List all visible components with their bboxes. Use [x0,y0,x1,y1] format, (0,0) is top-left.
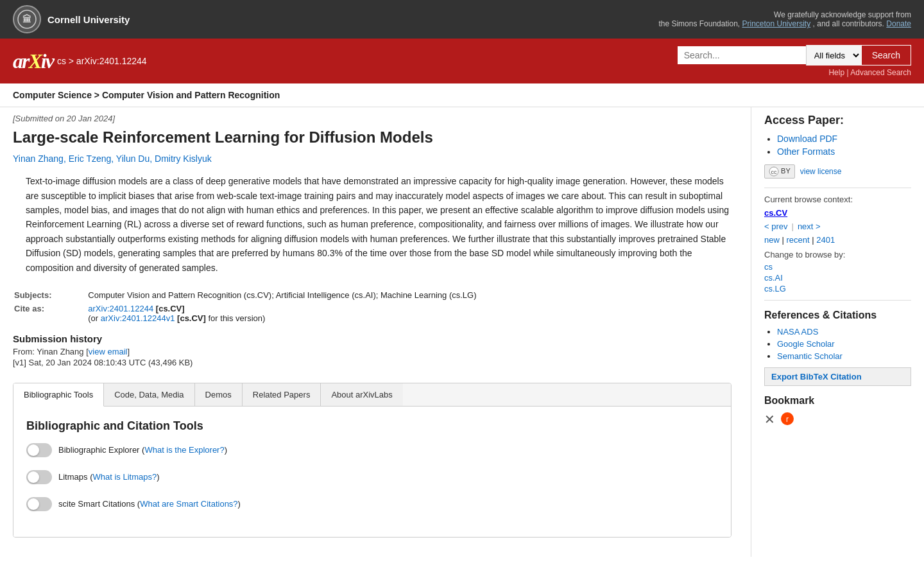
subjects-label: Subjects: [14,289,87,301]
view-email-link[interactable]: view email [89,347,128,356]
semantic-scholar-link[interactable]: Semantic Scholar [777,351,843,361]
paper-title: Large-scale Reinforcement Learning for D… [13,127,732,147]
cite-label: Cite as: [14,302,87,324]
bookmark-icon-reddit[interactable]: r [780,412,794,429]
nasa-ads-link[interactable]: NASA ADS [777,327,818,337]
license-area: cc BY view license [764,164,911,179]
view-license-link[interactable]: view license [800,167,842,176]
arxiv-breadcrumb: cs > arXiv:2401.12244 [57,56,147,66]
author-kislyuk[interactable]: Dmitry Kislyuk [155,153,212,164]
metadata-table: Subjects: Computer Vision and Pattern Re… [13,288,732,326]
author-tzeng[interactable]: Eric Tzeng [69,153,112,164]
donate-link[interactable]: Donate [886,19,911,28]
search-links: Help | Advanced Search [828,68,911,77]
explorer-label: Bibliographic Explorer (What is the Expl… [58,445,227,455]
cornell-logo[interactable]: 🏛 Cornell University [13,5,130,33]
explorer-what-link[interactable]: What is the Explorer? [144,445,224,455]
main-layout: [Submitted on 20 Jan 2024] Large-scale R… [0,107,924,557]
cornell-name: Cornell University [47,14,130,25]
authors: Yinan Zhang, Eric Tzeng, Yilun Du, Dmitr… [13,153,732,164]
top-banner: 🏛 Cornell University We gratefully ackno… [0,0,924,39]
cite-id-link[interactable]: arXiv:2401.12244 [88,304,153,313]
breadcrumb-cs-link[interactable]: cs [57,56,66,66]
svg-text:r: r [786,415,789,424]
browse-context-link[interactable]: cs.CV [764,208,787,218]
subjects-value: Computer Vision and Pattern Recognition … [88,289,730,301]
new-link[interactable]: new [764,235,780,245]
tab-content: Bibliographic and Citation Tools Bibliog… [13,407,731,537]
submitted-date: [Submitted on 20 Jan 2024] [13,114,732,123]
next-link[interactable]: next > [798,222,821,231]
tab-demos[interactable]: Demos [195,383,243,406]
history-v1: [v1] Sat, 20 Jan 2024 08:10:43 UTC (43,4… [13,358,732,367]
tab-code-data-media[interactable]: Code, Data, Media [104,383,194,406]
access-links: Download PDF Other Formats [777,134,911,157]
references-title: References & Citations [764,310,911,321]
bookmark-title: Bookmark [764,395,911,407]
browse-cs-link[interactable]: cs [764,262,911,272]
history-title: Submission history [13,333,732,344]
cite-value: arXiv:2401.12244 [cs.CV] (or arXiv:2401.… [88,302,730,324]
export-bibtex-link[interactable]: Export BibTeX Citation [764,367,911,386]
breadcrumb-bar: Computer Science > Computer Vision and P… [0,83,924,107]
scite-toggle[interactable] [26,497,52,511]
tabs-header: Bibliographic Tools Code, Data, Media De… [13,383,731,407]
tool-row-scite: scite Smart Citations (What are Smart Ci… [26,497,718,511]
princeton-link[interactable]: Princeton University [742,19,810,28]
tabs-container: Bibliographic Tools Code, Data, Media De… [13,383,732,538]
search-button[interactable]: Search [861,45,911,66]
svg-text:cc: cc [771,169,778,175]
history-from: From: Yinan Zhang [view email] [13,347,732,356]
bookmark-icons: ✕ r [764,412,911,429]
tool-row-litmaps: Litmaps (What is Litmaps?) [26,470,718,484]
search-area: All fields Search Help | Advanced Search [678,45,911,77]
recent-link[interactable]: recent [786,235,809,245]
search-input[interactable] [678,46,806,64]
content-area: [Submitted on 20 Jan 2024] Large-scale R… [0,107,751,557]
download-pdf-link[interactable]: Download PDF [777,134,837,144]
arxiv-logo: arXiv [13,49,53,73]
litmaps-label: Litmaps (What is Litmaps?) [58,472,160,482]
arxiv-logo-ar: ar [13,49,28,73]
sidebar: Access Paper: Download PDF Other Formats… [751,107,924,557]
author-zhang[interactable]: Yinan Zhang [13,153,64,164]
submission-history: Submission history From: Yinan Zhang [vi… [13,333,732,367]
author-du[interactable]: Yilun Du [116,153,150,164]
browse-context-value: cs.CV [764,208,911,218]
tool-row-explorer: Bibliographic Explorer (What is the Expl… [26,443,718,457]
scite-label: scite Smart Citations (What are Smart Ci… [58,499,241,509]
cornell-seal: 🏛 [13,5,41,33]
tab-content-title: Bibliographic and Citation Tools [26,419,718,433]
browse-other: new | recent | 2401 [764,235,911,245]
browse-cs-ai-link[interactable]: cs.AI [764,273,911,283]
litmaps-what-link[interactable]: What is Litmaps? [92,472,157,482]
arxiv-header: arXiv cs > arXiv:2401.12244 All fields S… [0,39,924,83]
prev-link[interactable]: < prev [764,222,788,231]
bookmark-icon-x[interactable]: ✕ [764,412,775,429]
litmaps-toggle[interactable] [26,470,52,484]
breadcrumb-text: Computer Science > Computer Vision and P… [13,90,280,100]
explorer-toggle[interactable] [26,443,52,457]
browse-cs-lg-link[interactable]: cs.LG [764,284,911,293]
google-scholar-link[interactable]: Google Scholar [777,339,835,349]
tab-about-arxivlabs[interactable]: About arXivLabs [321,383,402,406]
arxiv-logo-iv: iv [41,49,53,73]
advanced-search-link[interactable]: Advanced Search [850,68,911,77]
other-formats-link[interactable]: Other Formats [777,146,835,157]
tab-bibliographic-tools[interactable]: Bibliographic Tools [13,383,104,407]
cite-v1-link[interactable]: arXiv:2401.12244v1 [101,313,175,323]
browse-by-label: Change to browse by: [764,250,911,259]
access-paper-title: Access Paper: [764,114,911,127]
browse-nav: < prev | next > [764,222,911,231]
year-link[interactable]: 2401 [816,235,835,245]
abstract: Text-to-image diffusion models are a cla… [26,174,732,275]
ref-links: NASA ADS Google Scholar Semantic Scholar [777,326,911,361]
scite-what-link[interactable]: What are Smart Citations? [140,499,237,509]
tab-related-papers[interactable]: Related Papers [243,383,321,406]
search-field-select[interactable]: All fields [806,45,861,66]
cc-badge: cc BY [764,164,795,179]
browse-context-label: Current browse context: [764,195,911,204]
help-link[interactable]: Help [828,68,844,77]
top-banner-acknowledgement: We gratefully acknowledge support from t… [658,10,911,28]
divider-1 [764,188,911,188]
